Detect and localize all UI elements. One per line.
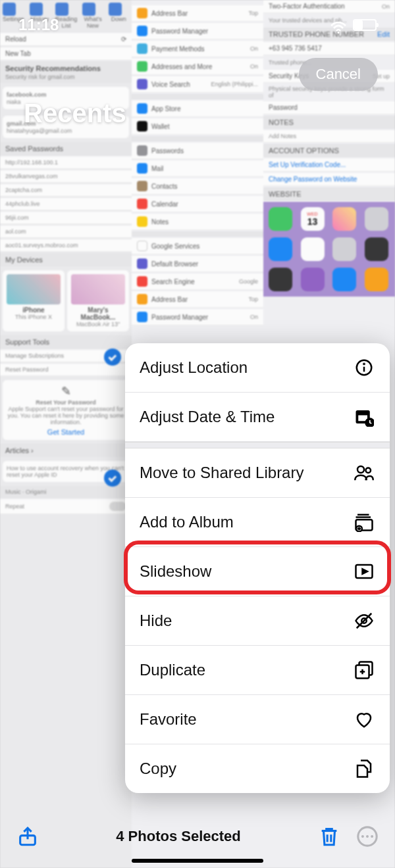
share-button[interactable] (14, 823, 41, 850)
album-add-icon (353, 511, 375, 533)
menu-item-adjust-location[interactable]: Adjust Location (125, 343, 390, 393)
menu-item-copy[interactable]: Copy (125, 744, 390, 793)
eye-slash-icon (353, 610, 375, 632)
svg-point-20 (361, 835, 364, 838)
more-button[interactable] (354, 823, 381, 850)
menu-item-label: Copy (140, 760, 176, 778)
menu-item-label: Adjust Date & Time (140, 408, 275, 426)
trash-button[interactable] (316, 823, 342, 850)
selection-check-icon (104, 349, 121, 366)
svg-point-7 (357, 466, 364, 473)
play-rect-icon (353, 560, 375, 583)
menu-item-label: Add to Album (140, 513, 234, 531)
menu-item-label: Adjust Location (140, 358, 248, 377)
cancel-button[interactable]: Cancel (299, 58, 378, 91)
battery-icon (353, 19, 377, 31)
doc-doc-icon (353, 758, 375, 780)
menu-item-duplicate[interactable]: Duplicate (125, 646, 390, 695)
plus-square-icon (353, 659, 375, 681)
menu-item-favorite[interactable]: Favorite (125, 695, 390, 744)
status-bar: 11:18 (0, 16, 395, 34)
home-indicator (132, 859, 263, 863)
action-sheet: Adjust Location Adjust Date & Time Move … (125, 343, 390, 793)
menu-item-slideshow[interactable]: Slideshow (125, 547, 390, 596)
svg-point-0 (338, 32, 340, 34)
page-title: Recents (24, 99, 126, 128)
menu-item-label: Hide (140, 612, 172, 630)
svg-point-3 (363, 364, 364, 364)
wifi-icon (330, 19, 346, 31)
svg-point-21 (366, 835, 369, 838)
svg-point-22 (371, 835, 373, 838)
menu-item-hide[interactable]: Hide (125, 596, 390, 646)
selection-count-label: 4 Photos Selected (116, 828, 241, 845)
heart-icon (353, 708, 375, 731)
svg-point-8 (366, 468, 371, 473)
menu-item-adjust-date-time[interactable]: Adjust Date & Time (125, 393, 390, 442)
people-icon (353, 462, 375, 484)
info-icon (353, 356, 375, 379)
status-time: 11:18 (18, 16, 59, 34)
menu-item-label: Favorite (140, 710, 197, 729)
menu-item-label: Move to Shared Library (140, 464, 303, 482)
calendar-clock-icon (353, 406, 375, 428)
menu-item-add-to-album[interactable]: Add to Album (125, 498, 390, 547)
selection-check-icon (104, 470, 121, 487)
menu-item-label: Duplicate (140, 661, 205, 679)
menu-item-label: Slideshow (140, 562, 211, 581)
menu-item-move-shared-library[interactable]: Move to Shared Library (125, 448, 390, 498)
